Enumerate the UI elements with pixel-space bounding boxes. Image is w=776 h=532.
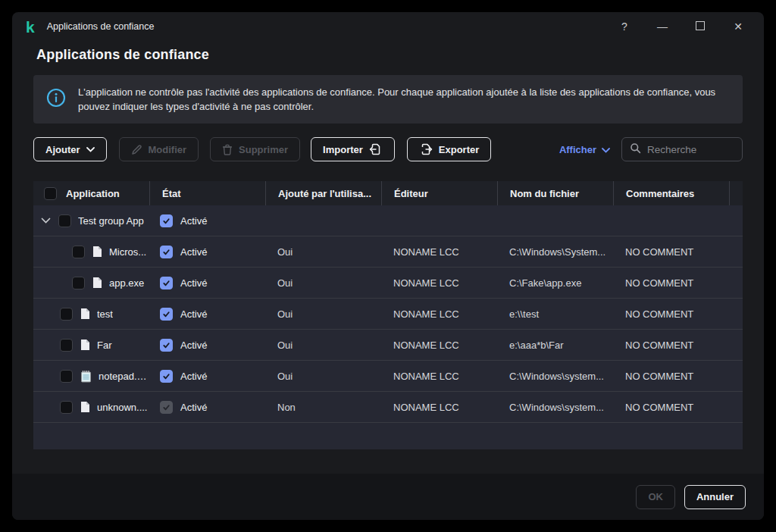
- edit-button[interactable]: Modifier: [119, 137, 199, 161]
- trusted-apps-table: Application État Ajouté par l'utilisa...…: [33, 181, 743, 449]
- cell-file-name: C:\Windows\system...: [497, 361, 613, 391]
- close-icon[interactable]: ✕: [732, 20, 744, 33]
- cell-added-by-user: Oui: [265, 299, 381, 329]
- row-name: test: [97, 308, 113, 320]
- table-row[interactable]: test Activé Oui NONAME LCC e:\\test NO C…: [33, 299, 743, 330]
- cell-file-name: [497, 205, 613, 236]
- row-checkbox[interactable]: [60, 370, 73, 383]
- table-empty-area: [33, 423, 743, 449]
- state-checkbox[interactable]: [160, 277, 173, 289]
- state-label: Activé: [180, 215, 207, 227]
- row-name: unknown....: [97, 402, 148, 413]
- column-stub: [729, 181, 743, 205]
- window-controls: ? — ✕: [618, 20, 764, 33]
- file-icon: [92, 246, 102, 258]
- table-row[interactable]: app.exe Activé Oui NONAME LCC C:\Fake\ap…: [33, 268, 743, 299]
- row-name: notepad.e...: [99, 371, 149, 382]
- cell-file-name: C:\Windows\System...: [497, 236, 613, 267]
- row-checkbox[interactable]: [60, 308, 73, 321]
- cell-publisher: [381, 205, 497, 236]
- cell-publisher: NONAME LCC: [381, 361, 497, 391]
- chevron-down-icon: [602, 144, 610, 155]
- ok-button[interactable]: OK: [636, 485, 675, 509]
- cell-publisher: NONAME LCC: [381, 330, 497, 360]
- minimize-icon[interactable]: —: [656, 20, 668, 33]
- app-window: k Applications de confiance ? — ✕ Applic…: [12, 12, 764, 520]
- search-input[interactable]: [647, 144, 734, 155]
- column-comments: Commentaires: [613, 181, 729, 205]
- collapse-chevron-icon[interactable]: [41, 217, 51, 224]
- cell-publisher: NONAME LCC: [381, 299, 497, 329]
- state-checkbox[interactable]: [160, 370, 173, 383]
- delete-button-label: Supprimer: [239, 144, 288, 155]
- state-checkbox[interactable]: [160, 308, 173, 321]
- column-publisher: Éditeur: [381, 181, 497, 205]
- table-row[interactable]: unknown.... Activé Non NONAME LCC C:\Win…: [33, 392, 743, 423]
- row-checkbox[interactable]: [60, 401, 73, 414]
- cancel-button[interactable]: Annuler: [684, 485, 746, 509]
- delete-button[interactable]: Supprimer: [210, 137, 300, 161]
- export-button-label: Exporter: [439, 144, 479, 155]
- help-icon[interactable]: ?: [618, 20, 630, 33]
- column-state: État: [149, 181, 265, 205]
- add-button-label: Ajouter: [45, 144, 80, 155]
- cell-added-by-user: Oui: [265, 236, 381, 267]
- ok-button-label: OK: [648, 491, 663, 502]
- search-icon: [630, 142, 641, 157]
- cell-file-name: C:\Fake\app.exe: [497, 268, 613, 298]
- state-checkbox[interactable]: [160, 246, 173, 258]
- cell-added-by-user: Oui: [265, 268, 381, 298]
- cell-comment: [613, 205, 729, 236]
- search-box: [621, 137, 743, 161]
- cell-comment: NO COMMENT: [613, 392, 729, 422]
- file-icon: [80, 308, 90, 320]
- info-banner: L'application ne contrôle pas l'activité…: [33, 75, 743, 124]
- cell-file-name: e:\\test: [497, 299, 613, 329]
- row-checkbox[interactable]: [72, 246, 85, 258]
- cell-publisher: NONAME LCC: [381, 268, 497, 298]
- trash-icon: [222, 144, 233, 155]
- state-label: Activé: [180, 246, 207, 258]
- state-label: Activé: [180, 371, 207, 382]
- state-checkbox-disabled: [160, 401, 173, 414]
- cell-comment: NO COMMENT: [613, 361, 729, 391]
- state-checkbox[interactable]: [160, 339, 173, 352]
- file-icon: [80, 339, 90, 351]
- select-all-checkbox[interactable]: [44, 187, 57, 200]
- cell-file-name: e:\aaa*b\Far: [497, 330, 613, 360]
- banner-text: L'application ne contrôle pas l'activité…: [78, 85, 743, 114]
- table-row[interactable]: notepad.e... Activé Oui NONAME LCC C:\Wi…: [33, 361, 743, 392]
- row-name: Test group App: [78, 215, 144, 227]
- cell-comment: NO COMMENT: [613, 299, 729, 329]
- row-checkbox[interactable]: [58, 214, 71, 227]
- table-header: Application État Ajouté par l'utilisa...…: [33, 181, 743, 205]
- toolbar: Ajouter Modifier Supprimer Importer: [33, 137, 743, 161]
- table-row-group[interactable]: Test group App Activé: [33, 205, 743, 236]
- window-title: Applications de confiance: [47, 21, 155, 32]
- show-dropdown-label: Afficher: [559, 144, 596, 155]
- import-button[interactable]: Importer: [311, 137, 395, 161]
- file-icon: [80, 401, 90, 413]
- row-checkbox[interactable]: [60, 339, 73, 352]
- cell-publisher: NONAME LCC: [381, 392, 497, 422]
- maximize-icon[interactable]: [694, 20, 706, 33]
- export-button[interactable]: Exporter: [407, 137, 491, 161]
- dialog-footer: OK Annuler: [12, 474, 764, 520]
- state-checkbox[interactable]: [160, 214, 173, 227]
- cell-added-by-user: Oui: [265, 330, 381, 360]
- cell-file-name: C:\Windows\system...: [497, 392, 613, 422]
- cell-comment: NO COMMENT: [613, 268, 729, 298]
- state-label: Activé: [180, 308, 207, 320]
- column-added-by-user: Ajouté par l'utilisa...: [265, 181, 381, 205]
- state-label: Activé: [180, 340, 207, 351]
- cell-added-by-user: [265, 205, 381, 236]
- add-button[interactable]: Ajouter: [33, 137, 107, 161]
- chevron-down-icon: [86, 147, 95, 152]
- import-icon: [369, 143, 383, 155]
- row-checkbox[interactable]: [72, 277, 85, 289]
- kaspersky-logo-icon: k: [26, 19, 35, 35]
- table-row[interactable]: Micros... Activé Oui NONAME LCC C:\Windo…: [33, 236, 743, 268]
- cancel-button-label: Annuler: [696, 491, 734, 502]
- show-dropdown[interactable]: Afficher: [559, 144, 610, 155]
- table-row[interactable]: Far Activé Oui NONAME LCC e:\aaa*b\Far N…: [33, 330, 743, 361]
